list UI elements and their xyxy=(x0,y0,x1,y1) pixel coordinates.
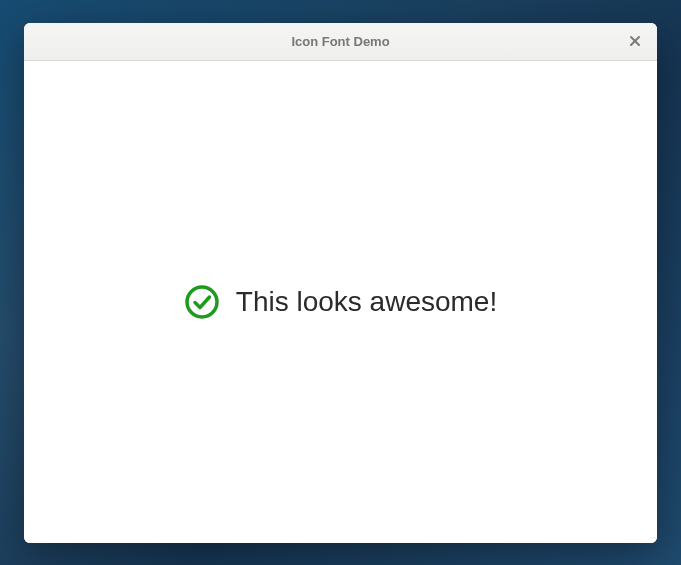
content-area: This looks awesome! xyxy=(24,61,657,543)
window-title: Icon Font Demo xyxy=(291,34,389,49)
close-button[interactable] xyxy=(621,23,649,60)
status-row: This looks awesome! xyxy=(184,284,497,320)
titlebar[interactable]: Icon Font Demo xyxy=(24,23,657,61)
status-message: This looks awesome! xyxy=(236,286,497,318)
app-window: Icon Font Demo This looks awesome! xyxy=(24,23,657,543)
check-circle-icon xyxy=(184,284,220,320)
svg-point-2 xyxy=(187,287,217,317)
close-icon xyxy=(629,35,641,47)
